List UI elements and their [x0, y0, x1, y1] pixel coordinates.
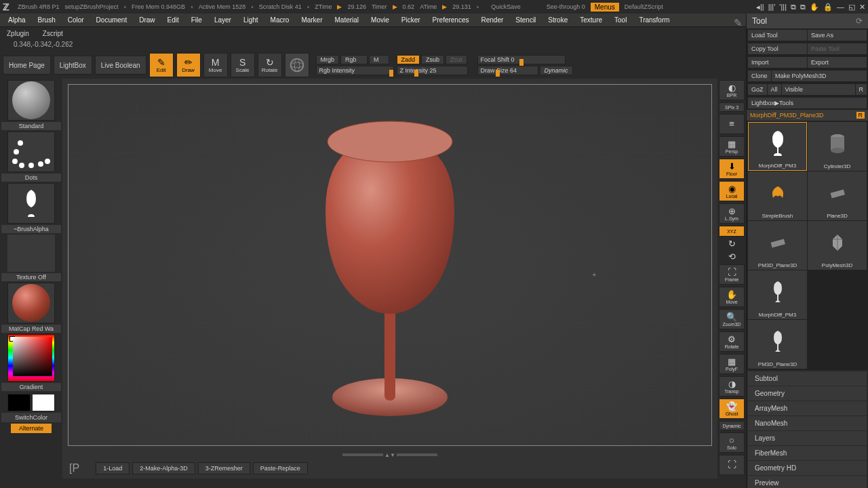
rotate-mode[interactable]: ↻Rotate [258, 53, 282, 77]
window-icon[interactable]: ⧉ [800, 3, 806, 12]
menu-stencil[interactable]: Stencil [510, 15, 541, 25]
rot-icon[interactable]: ⟲ [719, 251, 745, 262]
focal-shift-slider[interactable]: Focal Shift 0 [477, 55, 566, 64]
quicksave-button[interactable]: QuickSave [491, 3, 521, 10]
menu-render[interactable]: Render [476, 15, 509, 25]
dynamic-button[interactable]: Dynamic [540, 66, 573, 75]
lsym-button[interactable]: ⊕L.Sym [719, 203, 745, 224]
menu-marker[interactable]: Marker [296, 15, 328, 25]
menu-draw[interactable]: Draw [134, 15, 160, 25]
gyro-widget[interactable] [285, 53, 309, 77]
dynamic-button[interactable]: Dynamic [719, 421, 745, 430]
rotate-button[interactable]: ⚙Rotate [719, 331, 745, 352]
rgb-intensity-slider[interactable]: Rgb Intensity [316, 66, 394, 75]
menu-zscript[interactable]: Zscript [39, 28, 67, 39]
menu-stroke[interactable]: Stroke [542, 15, 573, 25]
persp-button[interactable]: ▦Persp [719, 136, 745, 157]
r-button[interactable]: R [856, 112, 865, 119]
menu-document[interactable]: Document [91, 15, 133, 25]
canvas[interactable]: + [68, 84, 712, 446]
section-geometry-hd[interactable]: Geometry HD [748, 461, 867, 475]
lightbox-button[interactable]: LightBox [54, 56, 92, 75]
texture-swatch[interactable] [7, 235, 55, 272]
spix-slider[interactable]: SPix 3 [719, 102, 745, 112]
menu-color[interactable]: Color [62, 15, 90, 25]
material-swatch[interactable] [7, 283, 55, 323]
section-layers[interactable]: Layers [748, 431, 867, 445]
section-preview[interactable]: Preview [748, 476, 867, 488]
gradient-label[interactable]: Gradient [1, 383, 61, 391]
xyz-button[interactable]: XYZ [719, 226, 745, 237]
save-as-button[interactable]: Save As [808, 30, 867, 41]
menu-zplugin[interactable]: Zplugin [3, 28, 33, 39]
bars-icon[interactable]: '||| [779, 3, 787, 11]
menu-layer[interactable]: Layer [209, 15, 237, 25]
m-button[interactable]: M [369, 55, 389, 64]
close-icon[interactable]: ✕ [859, 3, 865, 12]
brush-swatch[interactable] [7, 80, 55, 121]
macro-3-zremesher[interactable]: 3-ZRemesher [198, 462, 250, 474]
macro-1-load[interactable]: 1-Load [96, 462, 130, 474]
menu-movie[interactable]: Movie [366, 15, 395, 25]
menu-tool[interactable]: Tool [609, 15, 632, 25]
tool-item[interactable]: Cylinder3D [808, 122, 867, 171]
seethrough-slider[interactable]: See-through 0 [547, 3, 585, 10]
draw-mode[interactable]: ✏Draw [176, 53, 201, 77]
menu-picker[interactable]: Picker [396, 15, 426, 25]
expand-button[interactable]: ⛶ [719, 455, 745, 475]
switchcolor-button[interactable]: SwitchColor [1, 413, 61, 422]
scale-mode[interactable]: SScale [231, 53, 255, 77]
lock-icon[interactable]: 🔒 [823, 3, 833, 12]
export-button[interactable]: Export [808, 57, 867, 68]
home-button[interactable]: Home Page [3, 56, 51, 75]
alternate-button[interactable]: Alternate [11, 424, 52, 433]
make-polymesh-button[interactable]: Make PolyMesh3D [772, 70, 867, 81]
white-swatch[interactable] [32, 394, 55, 411]
section-nanomesh[interactable]: NanoMesh [748, 416, 867, 430]
load-tool-button[interactable]: Load Tool [748, 30, 807, 41]
clone-button[interactable]: Clone [748, 70, 771, 81]
current-tool-name[interactable]: MorphDiff_PM3D_Plane3DR [747, 110, 868, 121]
local-button[interactable]: ◉Local [719, 181, 745, 201]
window-icon[interactable]: ⧉ [791, 3, 796, 12]
polyf-button[interactable]: ▦PolyF [719, 354, 745, 374]
edit-mode[interactable]: ✎Edit [149, 53, 174, 77]
menu-preferences[interactable]: Preferences [427, 15, 475, 25]
stroke-swatch[interactable] [7, 131, 55, 172]
section-subtool[interactable]: Subtool [748, 371, 867, 386]
reload-icon[interactable]: ⟳ [856, 16, 863, 26]
menus-button[interactable]: Menus [591, 3, 619, 12]
tool-item[interactable]: SimpleBrush [748, 171, 807, 220]
zcut-button[interactable]: Zcut [446, 55, 467, 64]
section-geometry[interactable]: Geometry [748, 386, 867, 401]
menu-material[interactable]: Material [330, 15, 365, 25]
hand-icon[interactable]: ✋ [810, 3, 819, 12]
goz-button[interactable]: GoZ [748, 84, 767, 95]
menu-transform[interactable]: Transform [633, 15, 675, 25]
menu-brush[interactable]: Brush [33, 15, 61, 25]
solo-button[interactable]: ○Solo [719, 432, 745, 453]
divider[interactable]: ▲▼ [62, 451, 717, 458]
macro-paste-replace[interactable]: Paste-Replace [253, 462, 308, 474]
move-button[interactable]: ✋Move [719, 287, 745, 307]
color-picker[interactable] [7, 334, 55, 382]
menu-light[interactable]: Light [238, 15, 264, 25]
zoom-button[interactable]: 🔍Zoom3D [719, 309, 745, 329]
tool-item[interactable]: MorphDiff_PM3 [748, 270, 807, 319]
z-intensity-slider[interactable]: Z Intensity 25 [397, 66, 468, 75]
bpr-button[interactable]: ◐BPR [719, 80, 745, 100]
menu-alpha[interactable]: Alpha [3, 15, 31, 25]
tool-item[interactable]: Plane3D [808, 171, 867, 220]
section-fibermesh[interactable]: FiberMesh [748, 446, 867, 460]
r-button[interactable]: R [856, 84, 867, 95]
bars-icon[interactable]: |||' [768, 3, 776, 11]
ghost-button[interactable]: 👻Ghost [719, 399, 745, 419]
maximize-icon[interactable]: ◱ [848, 3, 855, 12]
macro-2-alpha[interactable]: 2-Make-Alpha-3D [132, 462, 195, 474]
mrgb-button[interactable]: Mrgb [316, 55, 340, 64]
liveboolean-button[interactable]: Live Boolean [95, 56, 146, 75]
import-button[interactable]: Import [748, 57, 807, 68]
transp-button[interactable]: ◑Transp [719, 376, 745, 396]
section-arraymesh[interactable]: ArrayMesh [748, 401, 867, 415]
frame-button[interactable]: ⛶Frame [719, 264, 745, 285]
